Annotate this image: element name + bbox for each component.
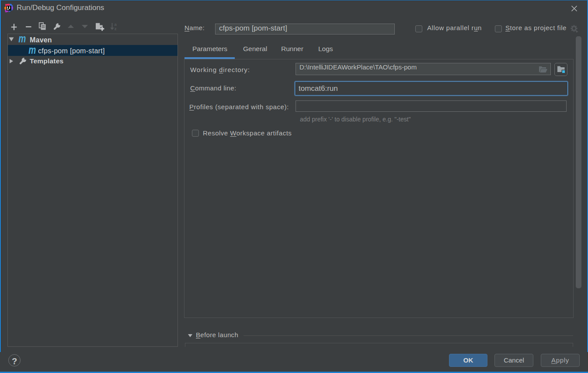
svg-text:z: z <box>115 26 117 31</box>
svg-text:m: m <box>28 47 36 54</box>
svg-text:m: m <box>18 36 26 43</box>
